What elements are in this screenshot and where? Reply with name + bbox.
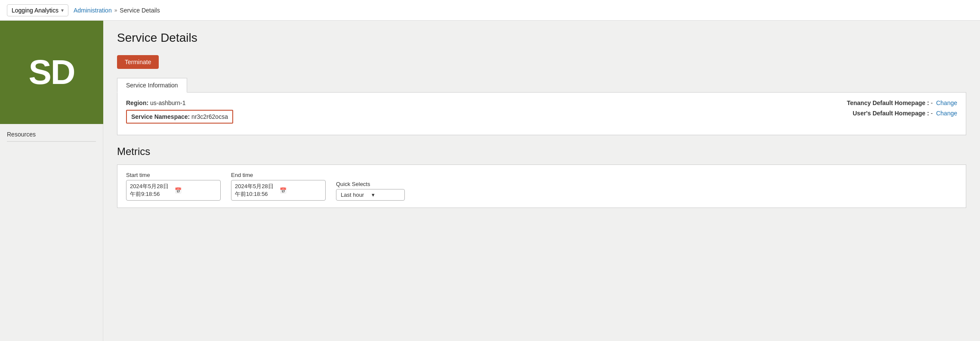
start-time-label: Start time — [126, 172, 221, 178]
info-right: Tenancy Default Homepage : - Change User… — [847, 99, 957, 120]
chevron-down-icon: ▾ — [61, 7, 64, 13]
service-icon: SD — [0, 21, 103, 124]
metrics-panel: Start time 2024年5月28日 午前9:18:56 📅 End ti… — [117, 164, 966, 208]
tab-service-information[interactable]: Service Information — [117, 78, 187, 93]
chevron-down-icon: ▾ — [372, 192, 400, 198]
end-time-group: End time 2024年5月28日 午前10:18:56 📅 — [231, 172, 326, 201]
namespace-highlighted: Service Namespace: nr3c2r62ocsa — [126, 110, 829, 124]
terminate-button[interactable]: Terminate — [117, 55, 159, 69]
quick-selects-dropdown[interactable]: Last hour ▾ — [336, 189, 405, 201]
tabs-container: Service Information — [117, 78, 966, 93]
tenancy-change-link[interactable]: Change — [936, 99, 957, 106]
quick-selects-group: Quick Selects Last hour ▾ — [336, 181, 405, 201]
end-time-calendar-icon[interactable]: 📅 — [280, 187, 322, 194]
app-selector[interactable]: Logging Analytics ▾ — [7, 4, 68, 16]
metrics-title: Metrics — [117, 146, 966, 158]
namespace-value: nr3c2r62ocsa — [191, 113, 228, 120]
namespace-info: Service Namespace: nr3c2r62ocsa — [126, 110, 233, 124]
user-change-link[interactable]: Change — [936, 110, 957, 117]
page-title: Service Details — [117, 31, 966, 45]
quick-selects-label: Quick Selects — [336, 181, 405, 187]
main-layout: SD Resources Service Details Terminate S… — [0, 21, 980, 341]
user-homepage-item: User's Default Homepage : - Change — [847, 110, 957, 117]
sidebar-resources-section: Resources — [0, 124, 103, 145]
metrics-row: Start time 2024年5月28日 午前9:18:56 📅 End ti… — [126, 172, 957, 201]
tenancy-homepage-value: - — [931, 99, 933, 106]
breadcrumb-admin-link[interactable]: Administration — [74, 7, 112, 14]
start-time-group: Start time 2024年5月28日 午前9:18:56 📅 — [126, 172, 221, 201]
tenancy-homepage-label: Tenancy Default Homepage : — [847, 99, 929, 106]
breadcrumb-current: Service Details — [120, 7, 160, 14]
sidebar-resources-title: Resources — [7, 131, 96, 142]
quick-selects-value: Last hour — [341, 192, 369, 198]
user-homepage-label: User's Default Homepage : — [853, 110, 929, 117]
main-content: Service Details Terminate Service Inform… — [103, 21, 980, 341]
region-label: Region: — [126, 99, 148, 106]
namespace-label: Service Namespace: — [131, 113, 190, 120]
user-homepage-value: - — [931, 110, 933, 117]
top-nav: Logging Analytics ▾ Administration » Ser… — [0, 0, 980, 21]
start-time-value: 2024年5月28日 午前9:18:56 — [130, 183, 172, 198]
start-time-calendar-icon[interactable]: 📅 — [175, 187, 217, 194]
region-info: Region: us-ashburn-1 — [126, 99, 829, 106]
start-time-input[interactable]: 2024年5月28日 午前9:18:56 📅 — [126, 180, 221, 201]
tenancy-homepage-item: Tenancy Default Homepage : - Change — [847, 99, 957, 106]
service-icon-initials: SD — [28, 53, 74, 92]
end-time-input[interactable]: 2024年5月28日 午前10:18:56 📅 — [231, 180, 326, 201]
sidebar: SD Resources — [0, 21, 103, 341]
end-time-value: 2024年5月28日 午前10:18:56 — [235, 183, 277, 198]
end-time-label: End time — [231, 172, 326, 178]
breadcrumb-separator: » — [114, 7, 117, 13]
region-value: us-ashburn-1 — [150, 99, 186, 106]
app-name: Logging Analytics — [12, 7, 59, 14]
breadcrumb: Administration » Service Details — [74, 7, 160, 14]
service-info-panel: Region: us-ashburn-1 Service Namespace: … — [117, 93, 966, 135]
info-row-1: Region: us-ashburn-1 Service Namespace: … — [126, 99, 957, 124]
info-left: Region: us-ashburn-1 Service Namespace: … — [126, 99, 829, 124]
